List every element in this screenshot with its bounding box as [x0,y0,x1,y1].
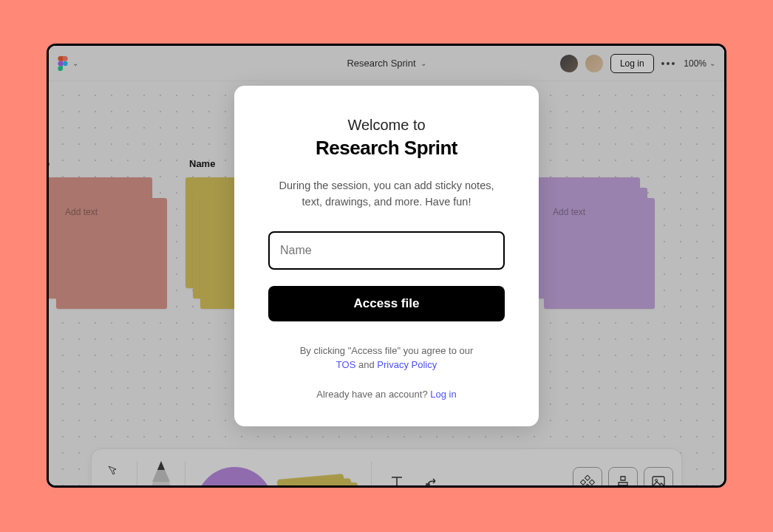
modal-legal-text: By clicking "Access file" you agree to o… [268,344,505,372]
access-file-button[interactable]: Access file [268,286,505,321]
name-input[interactable] [268,231,505,270]
app-window: ⌄ Research Sprint ⌄ Log in ••• 100% ⌄ e … [47,44,726,488]
modal-project-name: Research Sprint [268,137,505,160]
tos-link[interactable]: TOS [336,359,356,370]
privacy-policy-link[interactable]: Privacy Policy [377,359,437,370]
modal-description: During the session, you can add sticky n… [268,177,505,211]
modal-welcome: Welcome to [268,117,505,134]
access-modal: Welcome to Research Sprint During the se… [234,86,539,426]
login-link[interactable]: Log in [430,389,456,400]
modal-account-prompt: Already have an account? Log in [268,389,505,400]
